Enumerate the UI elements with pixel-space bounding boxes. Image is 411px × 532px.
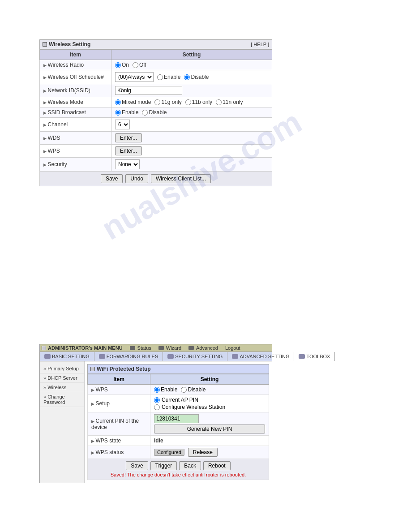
table-row: Wireless Radio On Off [40, 60, 272, 70]
security-dropdown[interactable]: None [115, 159, 140, 169]
nav-item-logout[interactable]: Logout [225, 345, 240, 351]
tab-toolbox-label: TOOLBOX [306, 354, 330, 359]
release-button[interactable]: Release [188, 448, 218, 457]
wps-state-setting: Idle [150, 436, 269, 446]
security-setting: None [111, 158, 272, 172]
wireless-off-schedule-label: Wireless Off Schedule# [40, 70, 111, 84]
current-pin-input[interactable] [154, 414, 199, 423]
wireless-radio-on-input[interactable] [115, 62, 121, 68]
wireless-radio-off-label: Off [139, 62, 146, 68]
wireless-off-schedule-enable-option[interactable]: Enable [157, 74, 180, 80]
wps-disable-input[interactable] [181, 387, 187, 393]
save-button[interactable]: Save [101, 174, 123, 183]
nav-bar: ADMINISTRATOR's MAIN MENU Status Wizard … [39, 344, 272, 352]
network-id-setting [111, 84, 272, 97]
wps-back-button[interactable]: Back [179, 461, 201, 470]
configured-badge: Configured [154, 449, 184, 456]
network-id-input[interactable] [115, 86, 182, 95]
table-row: Current PIN of the device Generate New P… [88, 412, 269, 436]
help-link[interactable]: [ HELP ] [251, 42, 269, 47]
ssid-broadcast-disable-option[interactable]: Disable [142, 109, 167, 116]
wireless-off-schedule-enable-input[interactable] [157, 74, 163, 80]
main-content: WiFi Protected Setup Item Setting WPS [85, 361, 272, 483]
table-row: Channel 6 [40, 118, 272, 132]
nav-item-advanced[interactable]: Advanced [188, 345, 218, 351]
wps-action-row: Save Trigger Back Reboot Saved! The chan… [88, 459, 269, 480]
table-row: WDS Enter... [40, 132, 272, 145]
wireless-mode-11n-input[interactable] [216, 99, 222, 105]
wps-state-label: WPS state [88, 436, 150, 446]
advanced-nav-icon [188, 346, 194, 350]
wireless-off-schedule-disable-input[interactable] [184, 74, 190, 80]
wds-enter-button[interactable]: Enter... [115, 133, 142, 142]
tab-basic-setting-label: BASIC SETTING [52, 354, 90, 359]
wizard-nav-icon [158, 346, 164, 350]
bottom-panel: ADMINISTRATOR's MAIN MENU Status Wizard … [39, 344, 272, 483]
wds-setting: Enter... [111, 132, 272, 145]
wireless-mode-11b-label: 11b only [192, 99, 212, 105]
wireless-mode-11n-option[interactable]: 11n only [216, 99, 243, 105]
security-label: Security [40, 158, 111, 172]
tab-security-setting[interactable]: SECURITY SETTING [163, 352, 227, 361]
wps-col-item: Item [88, 374, 150, 385]
panel-title-bar: Wireless Setting [ HELP ] [39, 39, 272, 49]
tab-basic-setting[interactable]: BASIC SETTING [40, 352, 94, 361]
security-setting-icon [167, 354, 174, 359]
tab-advanced-setting-label: ADVANCED SETTING [240, 354, 289, 359]
wps-save-button[interactable]: Save [126, 461, 148, 470]
wireless-radio-on-label: On [122, 62, 129, 68]
wireless-mode-group: Mixed mode 11g only 11b only 11n on [115, 99, 268, 105]
wireless-mode-11g-input[interactable] [154, 99, 160, 105]
wps-disable-option[interactable]: Disable [181, 386, 206, 393]
tab-forwarding-rules[interactable]: FORWARDING RULES [94, 352, 163, 361]
channel-dropdown[interactable]: 6 [115, 120, 130, 129]
sidebar-item-change-password[interactable]: Change Password [40, 392, 84, 407]
wps-enter-button[interactable]: Enter... [115, 146, 142, 155]
current-pin-group: Generate New PIN [154, 414, 265, 433]
nav-item-status[interactable]: Status [130, 345, 151, 351]
wireless-off-schedule-dropdown[interactable]: (00)Always [115, 72, 154, 82]
sidebar-item-dhcp-server[interactable]: DHCP Server [40, 373, 84, 383]
setup-label: Setup [88, 395, 150, 412]
wireless-radio-setting: On Off [111, 60, 272, 70]
wireless-client-list-button[interactable]: Wireless Client List... [151, 174, 211, 183]
ssid-broadcast-enable-option[interactable]: Enable [115, 109, 138, 116]
sidebar-item-primary-setup[interactable]: Primary Setup [40, 364, 84, 373]
generate-new-pin-button[interactable]: Generate New PIN [154, 425, 265, 433]
wps-reboot-button[interactable]: Reboot [203, 461, 231, 470]
wds-label: WDS [40, 132, 111, 145]
wps-enable-input[interactable] [154, 387, 160, 393]
wireless-mode-11g-label: 11g only [161, 99, 181, 105]
wps-enable-group: Enable Disable [154, 386, 265, 393]
wireless-mode-mixed-option[interactable]: Mixed mode [115, 99, 151, 105]
ssid-broadcast-enable-input[interactable] [115, 110, 121, 116]
tab-forwarding-rules-label: FORWARDING RULES [107, 354, 158, 359]
tab-security-setting-label: SECURITY SETTING [175, 354, 223, 359]
wireless-mode-11n-label: 11n only [223, 99, 243, 105]
wireless-mode-11g-option[interactable]: 11g only [154, 99, 181, 105]
wireless-radio-off-input[interactable] [133, 62, 138, 68]
wireless-mode-11b-option[interactable]: 11b only [185, 99, 212, 105]
wireless-mode-mixed-input[interactable] [115, 99, 121, 105]
wireless-radio-off-option[interactable]: Off [133, 62, 146, 68]
logout-nav-label: Logout [225, 345, 240, 351]
current-ap-pin-option[interactable]: Current AP PIN [154, 397, 265, 403]
undo-button[interactable]: Undo [125, 174, 148, 183]
wireless-off-schedule-disable-option[interactable]: Disable [184, 74, 209, 80]
nav-advanced-label: Advanced [196, 345, 218, 351]
ssid-broadcast-disable-input[interactable] [142, 110, 148, 116]
configure-wireless-station-input[interactable] [154, 404, 160, 410]
nav-item-wizard[interactable]: Wizard [158, 345, 181, 351]
configure-wireless-station-option[interactable]: Configure Wireless Station [154, 404, 265, 410]
wireless-radio-on-option[interactable]: On [115, 62, 129, 68]
sidebar-item-wireless[interactable]: Wireless [40, 383, 84, 392]
wireless-mode-11b-input[interactable] [185, 99, 191, 105]
table-row: Security None [40, 158, 272, 172]
wps-enable-option[interactable]: Enable [154, 386, 177, 393]
tab-toolbox[interactable]: TOOLBOX [294, 352, 335, 361]
wps-trigger-button[interactable]: Trigger [150, 461, 177, 470]
action-cell: Save Undo Wireless Client List... [40, 172, 272, 186]
wps-title-bar: WiFi Protected Setup [87, 364, 269, 374]
current-ap-pin-input[interactable] [154, 397, 160, 403]
tab-advanced-setting[interactable]: ADVANCED SETTING [227, 352, 294, 361]
